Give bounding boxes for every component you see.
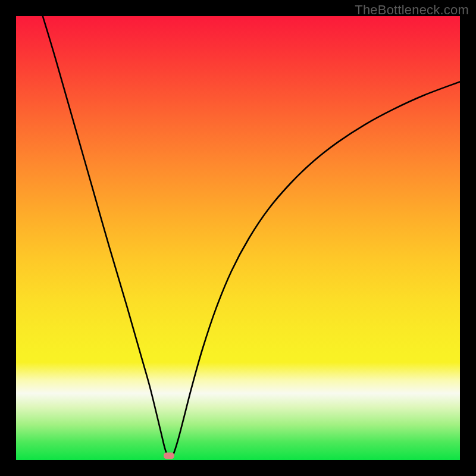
watermark-text: TheBottleneck.com <box>355 2 469 18</box>
plot-area <box>16 16 460 460</box>
minimum-marker <box>164 452 174 459</box>
bottleneck-curve <box>43 16 460 458</box>
chart-svg <box>16 16 460 460</box>
chart-container: TheBottleneck.com <box>0 0 476 476</box>
